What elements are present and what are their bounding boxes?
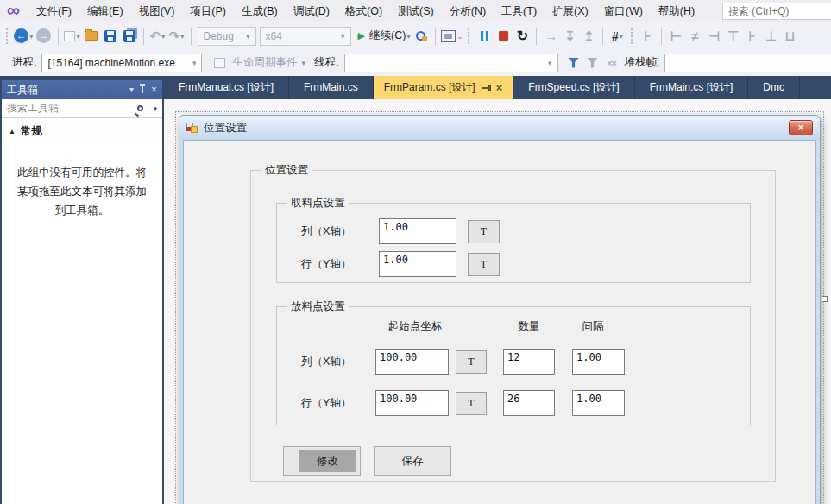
align-bottoms-button[interactable]: ⊥ [762, 26, 779, 47]
undo-icon: ↶ [149, 28, 161, 44]
menu-debug[interactable]: 调试(D) [286, 2, 337, 22]
apply-code-changes-button[interactable] [412, 26, 430, 47]
stack-frame-select[interactable]: ▾ [664, 54, 831, 72]
drop-row-y-count-input[interactable]: 26 [503, 390, 555, 416]
toolbar-grip[interactable] [5, 28, 9, 44]
open-folder-icon [85, 31, 98, 41]
toolbar-separator [435, 28, 436, 45]
step-over-button[interactable]: → [542, 26, 559, 47]
close-tab-icon[interactable]: × [496, 82, 503, 93]
toolbox-panel: 工具箱 ▾ × 搜索工具箱 ▾ ▲ 常规 此组中没有可用的控件。将某项拖至此文本… [2, 80, 162, 504]
menu-project[interactable]: 项目(P) [182, 2, 234, 22]
navigate-back-button[interactable]: ←▾ [14, 26, 34, 47]
menu-file[interactable]: 文件(F) [28, 2, 79, 22]
toolbar-grip[interactable] [630, 28, 634, 44]
toolbox-header[interactable]: 工具箱 ▾ × [2, 80, 162, 99]
solution-configuration-select[interactable]: Debug▾ [198, 27, 256, 46]
save-all-button[interactable] [121, 26, 138, 47]
hex-display-button[interactable]: #▾ [608, 26, 626, 47]
quick-search-input[interactable]: 搜索 (Ctrl+Q) [722, 3, 831, 20]
filter-flagged-button[interactable] [584, 53, 601, 73]
tab-frmmain[interactable]: FrmMain.cs [289, 76, 374, 99]
process-select[interactable]: [15164] machineMotion.exe▾ [41, 54, 202, 72]
thread-select[interactable]: ▾ [344, 54, 558, 72]
align-bottoms-icon: ⊥ [765, 28, 777, 44]
undo-button[interactable]: ↶▾ [149, 26, 167, 47]
pin-icon[interactable] [142, 86, 143, 93]
document-tab-strip: FrmManual.cs [设计] FrmMain.cs FrmParam.cs… [164, 76, 831, 99]
align-middles-button[interactable]: ⊦ [743, 26, 760, 47]
menu-view[interactable]: 视图(V) [131, 2, 183, 22]
tab-frmmain-design[interactable]: FrmMain.cs [设计] [635, 76, 749, 99]
step-into-button[interactable]: ↧ [561, 26, 578, 47]
menu-analyze[interactable]: 分析(N) [442, 2, 494, 22]
lifecycle-icon-button[interactable] [211, 53, 228, 73]
close-icon[interactable]: × [151, 85, 157, 94]
drop-col-x-teach-button[interactable]: T [456, 350, 487, 374]
toolbar-grip[interactable] [467, 28, 471, 44]
drop-col-x-start-input[interactable]: 100.00 [375, 349, 449, 375]
pickup-row-y-teach-button[interactable]: T [468, 253, 500, 276]
pin-tab-icon[interactable] [482, 87, 489, 89]
window-icon [64, 31, 75, 41]
break-all-button[interactable] [475, 26, 493, 47]
pickup-col-x-input[interactable]: 1.00 [379, 218, 456, 244]
toggle-suppressed-button[interactable]: ×× [603, 53, 620, 73]
show-next-statement-button[interactable]: ⊦ [639, 26, 656, 47]
navigate-forward-button[interactable]: → [35, 26, 53, 47]
tab-frmmanual-design[interactable]: FrmManual.cs [设计] [164, 76, 289, 99]
lifecycle-events-label[interactable]: 生命周期事件 [232, 55, 297, 70]
form-close-button[interactable]: × [789, 120, 813, 135]
continue-button[interactable]: ▶继续(C)▾ [358, 26, 411, 47]
make-same-size-button[interactable]: ⊔ [781, 26, 798, 47]
redo-button[interactable]: ↷▾ [168, 26, 186, 47]
menu-test[interactable]: 测试(S) [390, 2, 442, 22]
toolbox-search-input[interactable]: 搜索工具箱 ▾ [2, 99, 162, 118]
show-all-windows-button[interactable]: ⌄ [441, 26, 463, 47]
save-button[interactable] [102, 26, 119, 47]
menu-extensions[interactable]: 扩展(X) [545, 2, 596, 22]
menu-window[interactable]: 窗口(W) [596, 2, 651, 22]
drop-col-x-count-input[interactable]: 12 [503, 349, 555, 375]
tab-frmspeed-design[interactable]: FrmSpeed.cs [设计] [513, 76, 634, 99]
chevron-down-icon[interactable]: ▾ [153, 104, 157, 113]
align-centers-button[interactable]: ≠ [686, 26, 703, 47]
align-lefts-button[interactable]: ⊢ [667, 26, 684, 47]
position-settings-group: 位置设置 取料点设置 列（X轴） 1.00 T 行（Y轴） 1.00 T [250, 170, 776, 482]
open-file-button[interactable] [83, 26, 100, 47]
step-out-button[interactable]: ↥ [580, 26, 597, 47]
chevron-down-icon: ▾ [548, 59, 552, 67]
solution-platform-select[interactable]: x64▾ [260, 27, 351, 46]
align-rights-button[interactable]: ⊣ [705, 26, 722, 47]
drop-col-x-interval-input[interactable]: 1.00 [572, 349, 625, 375]
menu-edit[interactable]: 编辑(E) [79, 2, 131, 22]
frame-icon [441, 30, 456, 42]
align-tops-button[interactable]: ⊤ [724, 26, 741, 47]
stop-debugging-button[interactable] [494, 26, 512, 47]
drop-row-y-teach-button[interactable]: T [456, 392, 487, 415]
save-form-button[interactable]: 保存 [374, 446, 451, 476]
new-window-button[interactable]: ▾ [64, 26, 81, 47]
pickup-col-x-teach-button[interactable]: T [468, 220, 500, 243]
menu-build[interactable]: 生成(B) [234, 2, 286, 22]
window-position-icon[interactable]: ▾ [129, 85, 134, 94]
step-over-icon: → [545, 28, 557, 43]
restart-button[interactable]: ↻ [513, 26, 531, 47]
tab-dmc[interactable]: Dmc [748, 76, 800, 99]
menu-tools[interactable]: 工具(T) [494, 2, 545, 22]
modify-button-label: 修改 [317, 454, 338, 469]
toolbox-section-general[interactable]: ▲ 常规 [2, 118, 162, 143]
pickup-row-y-input[interactable]: 1.00 [379, 251, 456, 277]
drop-row-y-start-input[interactable]: 100.00 [375, 390, 449, 416]
chevron-down-icon: ▾ [301, 59, 305, 67]
tab-frmparam-design[interactable]: FrmParam.cs [设计] × [374, 76, 514, 99]
align-lefts-icon: ⊢ [670, 28, 682, 44]
menu-help[interactable]: 帮助(H) [651, 2, 702, 22]
toolbox-empty-message: 此组中没有可用的控件。将某项拖至此文本可将其添加到工具箱。 [2, 143, 162, 504]
modify-button[interactable]: 修改 [283, 446, 361, 476]
designed-form-window[interactable]: 位置设置 × 位置设置 取料点设置 列（X轴） 1.00 [179, 115, 821, 504]
resize-handle[interactable] [822, 296, 828, 302]
drop-row-y-interval-input[interactable]: 1.00 [572, 390, 625, 416]
menu-format[interactable]: 格式(O) [337, 2, 390, 22]
filter-threads-button[interactable] [565, 53, 582, 73]
